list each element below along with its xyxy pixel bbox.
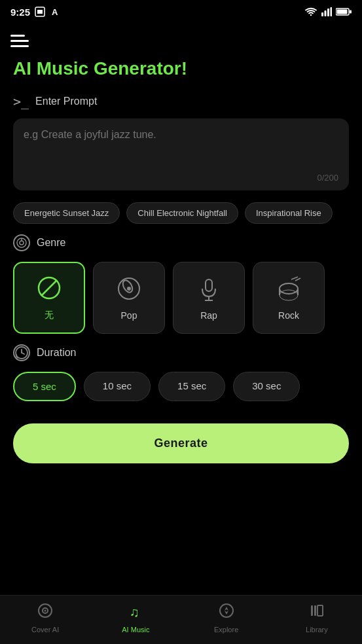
chip-3[interactable]: Inspirational Rise bbox=[245, 202, 333, 224]
duration-chips: 5 sec 10 sec 15 sec 30 sec bbox=[0, 365, 362, 408]
svg-text:♫: ♫ bbox=[130, 605, 139, 619]
duration-10sec[interactable]: 10 sec bbox=[84, 372, 151, 401]
prompt-container: 0/200 bbox=[13, 118, 349, 190]
nav-item-explore[interactable]: Explore bbox=[207, 602, 246, 634]
nav-item-library[interactable]: Library bbox=[297, 602, 336, 634]
genre-icon bbox=[13, 234, 30, 251]
sim-icon bbox=[34, 6, 46, 18]
status-bar: 9:25 A bbox=[0, 0, 362, 24]
genre-card-pop[interactable]: Pop bbox=[93, 262, 165, 334]
svg-line-26 bbox=[295, 278, 300, 281]
cover-ai-icon bbox=[37, 602, 54, 623]
duration-icon bbox=[13, 344, 30, 361]
svg-rect-38 bbox=[314, 605, 316, 616]
char-count: 0/200 bbox=[317, 173, 338, 183]
duration-section-header: Duration bbox=[0, 340, 362, 365]
battery-icon bbox=[336, 8, 352, 16]
svg-rect-1 bbox=[37, 10, 43, 14]
genre-card-none[interactable]: 无 bbox=[13, 262, 85, 334]
generate-button[interactable]: Generate bbox=[13, 423, 349, 463]
svg-rect-39 bbox=[317, 605, 323, 616]
svg-rect-6 bbox=[331, 7, 333, 16]
genre-pop-label: Pop bbox=[121, 310, 137, 321]
bottom-nav: Cover AI ♫ AI Music Explore bbox=[0, 595, 362, 644]
prompt-cursor-icon: >_ bbox=[13, 94, 29, 109]
svg-rect-8 bbox=[337, 10, 348, 14]
wifi-icon bbox=[304, 7, 317, 16]
svg-line-14 bbox=[41, 280, 57, 296]
nav-item-ai-music[interactable]: ♫ AI Music bbox=[116, 602, 155, 634]
a-icon: A bbox=[50, 6, 62, 18]
svg-marker-36 bbox=[225, 611, 228, 615]
svg-text:A: A bbox=[52, 7, 58, 17]
svg-point-11 bbox=[20, 241, 24, 245]
chip-1[interactable]: Energetic Sunset Jazz bbox=[13, 202, 120, 224]
duration-30sec[interactable]: 30 sec bbox=[233, 372, 300, 401]
svg-point-34 bbox=[220, 604, 233, 617]
svg-point-32 bbox=[45, 610, 46, 612]
duration-label: Duration bbox=[37, 347, 76, 359]
signal-icon bbox=[321, 7, 332, 16]
genre-rap-icon bbox=[196, 276, 222, 305]
nav-label-ai-music: AI Music bbox=[122, 626, 149, 634]
svg-point-21 bbox=[280, 283, 298, 294]
nav-label-library: Library bbox=[306, 626, 328, 634]
svg-rect-4 bbox=[325, 10, 327, 16]
prompt-input[interactable] bbox=[24, 129, 338, 175]
chip-2[interactable]: Chill Electronic Nightfall bbox=[126, 202, 238, 224]
status-time: 9:25 bbox=[10, 7, 30, 18]
duration-15sec[interactable]: 15 sec bbox=[158, 372, 225, 401]
ai-music-icon: ♫ bbox=[127, 602, 144, 623]
suggestion-chips: Energetic Sunset Jazz Chill Electronic N… bbox=[0, 196, 362, 230]
svg-point-22 bbox=[280, 290, 298, 300]
svg-rect-3 bbox=[321, 12, 323, 16]
svg-point-17 bbox=[127, 287, 131, 291]
hamburger-menu[interactable] bbox=[0, 24, 362, 53]
svg-rect-18 bbox=[206, 279, 212, 291]
genre-rap-label: Rap bbox=[200, 310, 217, 321]
app-title: AI Music Generator! bbox=[0, 53, 362, 90]
genre-section-header: Genre bbox=[0, 230, 362, 255]
library-icon bbox=[308, 602, 325, 623]
svg-rect-9 bbox=[350, 10, 352, 14]
genre-pop-icon bbox=[116, 276, 142, 305]
svg-line-29 bbox=[22, 353, 24, 354]
svg-line-25 bbox=[291, 277, 298, 279]
svg-point-16 bbox=[121, 278, 134, 293]
genre-card-rap[interactable]: Rap bbox=[173, 262, 245, 334]
svg-rect-37 bbox=[311, 605, 313, 616]
svg-rect-5 bbox=[327, 9, 329, 16]
genre-label: Genre bbox=[37, 237, 65, 249]
svg-marker-35 bbox=[225, 607, 228, 611]
genre-card-rock[interactable]: Rock bbox=[253, 262, 325, 334]
explore-icon bbox=[218, 602, 235, 623]
genre-none-icon bbox=[36, 275, 62, 304]
genre-cards: 无 Pop Rap bbox=[0, 255, 362, 340]
nav-label-explore: Explore bbox=[214, 626, 238, 634]
genre-none-label: 无 bbox=[45, 310, 54, 321]
prompt-label: Enter Prompt bbox=[35, 96, 97, 107]
nav-label-cover-ai: Cover AI bbox=[31, 626, 59, 634]
genre-rock-icon bbox=[276, 276, 302, 305]
prompt-section-header: >_ Enter Prompt bbox=[0, 90, 362, 113]
duration-5sec[interactable]: 5 sec bbox=[13, 372, 76, 401]
nav-item-cover-ai[interactable]: Cover AI bbox=[26, 602, 65, 634]
genre-rock-label: Rock bbox=[278, 310, 299, 321]
